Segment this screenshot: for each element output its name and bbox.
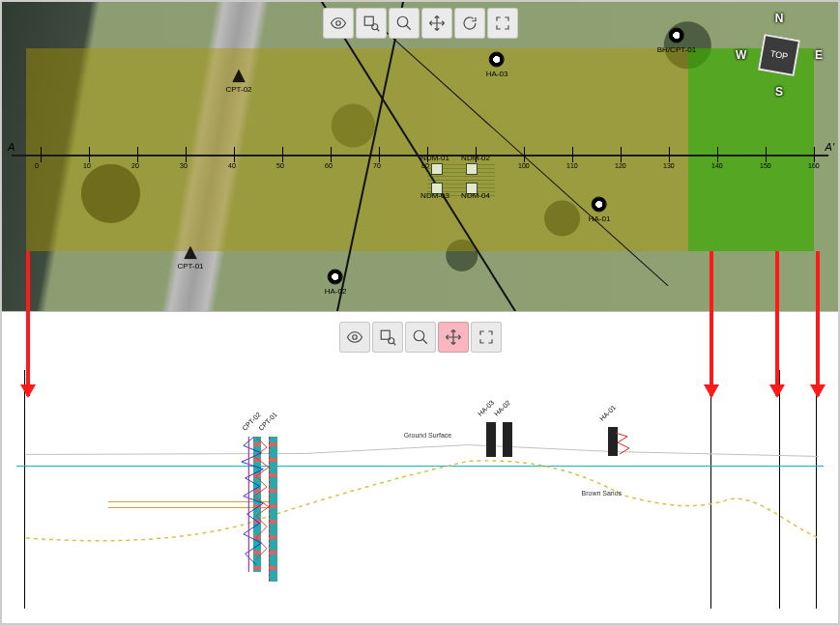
compass-top-button[interactable]: TOP [758,34,800,76]
svg-point-4 [352,335,357,340]
point-cpt01[interactable]: CPT-01 [177,246,203,270]
strata-annotation: Brown Sands [582,490,623,497]
point-ndm03[interactable]: NDM-03 [420,190,449,200]
plan-toolbar [321,6,520,41]
pan-button[interactable] [438,322,469,353]
axis-tick: 130 [669,147,670,162]
axis-tick: 10 [89,147,90,162]
target-icon [328,270,343,285]
point-ha03[interactable]: HA-03 [486,52,508,78]
visibility-button[interactable] [339,322,370,353]
triangle-icon [232,70,246,83]
axis-end-label: A' [826,141,834,153]
compass-s: S [775,85,783,99]
ndm-cell [466,163,478,175]
log-trace-icon [616,431,633,456]
target-icon [669,28,684,43]
point-bhcpt01[interactable]: BH/CPT-01 [657,28,696,54]
zoom-extents-button[interactable] [471,322,502,353]
target-icon [489,52,505,68]
zoom-window-button[interactable] [372,322,403,353]
svg-point-2 [371,24,377,30]
svg-point-0 [335,21,340,26]
zoom-window-button[interactable] [356,8,387,39]
svg-point-3 [397,16,408,27]
profile-canvas[interactable]: CPT-02 CPT-01 HA-03 HA-02 [16,370,824,609]
axis-tick: 120 [621,147,622,162]
axis-tick: 20 [137,147,138,162]
axis-tick: 0 [41,147,42,162]
profile-toolbar [337,320,504,355]
point-ndm02[interactable]: NDM-02 [461,153,490,162]
svg-rect-5 [381,330,390,339]
borehole-log[interactable]: HA-03 [484,422,498,457]
axis-tick: 50 [282,147,283,162]
pan-button[interactable] [421,8,452,39]
correspondence-arrow [775,251,779,396]
compass-widget[interactable]: N S E W TOP [738,14,821,97]
point-ndm04[interactable]: NDM-04 [461,190,490,200]
axis-tick: 30 [186,147,187,162]
point-ha01[interactable]: HA-01 [589,197,611,223]
strata-boundary [16,370,824,611]
point-ndm01[interactable]: NDM-01 [420,153,449,162]
axis-tick: 70 [379,147,380,162]
axis-tick: 110 [572,147,573,162]
rotate-button[interactable] [454,8,485,39]
axis-tick: 100 [524,147,525,162]
ndm-cell [431,163,443,175]
zoom-button[interactable] [405,322,436,353]
axis-start-label: A [8,141,14,153]
compass-n: N [775,12,784,25]
correspondence-arrow [816,251,820,396]
axis-tick: 40 [234,147,235,162]
surface-annotation: Ground Surface [404,432,451,439]
borehole-log[interactable]: CPT-02 [250,437,264,572]
point-cpt02[interactable]: CPT-02 [225,70,251,94]
zoom-extents-button[interactable] [487,8,518,39]
zoom-button[interactable] [389,8,420,39]
svg-point-7 [414,330,424,341]
borehole-log[interactable]: HA-01 [606,427,620,456]
axis-tick: 150 [766,147,767,162]
section-swath-band [26,48,814,251]
axis-tick: 60 [331,147,332,162]
visibility-button[interactable] [323,8,354,39]
svg-point-6 [388,338,393,344]
point-ha02[interactable]: HA-02 [325,270,347,296]
borehole-log[interactable]: HA-02 [501,422,514,457]
correspondence-arrow [710,251,713,396]
correspondence-arrow [26,251,30,396]
borehole-log[interactable]: CPT-01 [267,437,280,582]
axis-tick: 160 [814,147,815,162]
triangle-icon [184,246,197,260]
target-icon [592,197,607,213]
compass-e: E [815,48,823,62]
compass-w: W [736,48,746,62]
svg-rect-1 [364,16,373,25]
axis-tick: 140 [717,147,718,162]
